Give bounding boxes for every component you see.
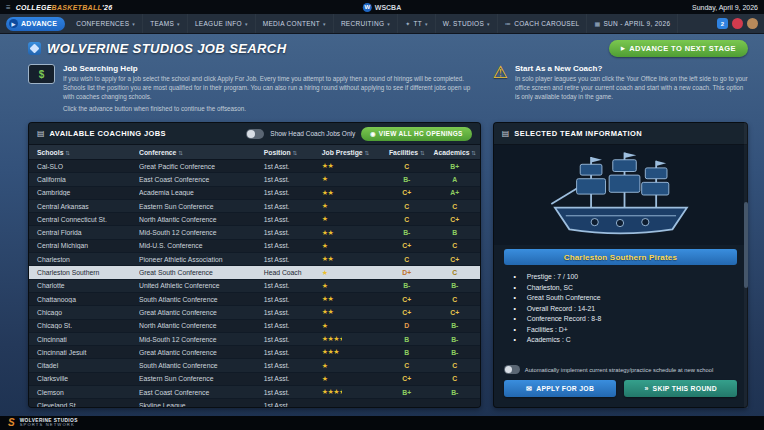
chevron-down-icon: ▾ [425,21,428,27]
cell-job-prestige: ★★ [322,162,384,170]
help-row: $ Job Searching Help If you wish to appl… [28,64,748,114]
advance-button[interactable]: ▶ ADVANCE [6,17,65,31]
grade-value: B [404,336,409,343]
jobs-panel-controls: Show Head Coach Jobs Only ◉ VIEW ALL HC … [246,127,471,141]
grade-value: B+ [402,389,411,396]
grade-value: C [404,362,409,369]
menu-item-teams[interactable]: TEAMS▾ [143,14,188,33]
menu-item-media-content[interactable]: MEDIA CONTENT▾ [256,14,334,33]
star-icon: ★ [322,242,328,249]
cell-conference: United Athletic Conference [139,282,264,289]
cell-position: 1st Asst. [264,242,322,249]
team-panel-header: ▤ SELECTED TEAM INFORMATION [494,123,747,145]
table-row[interactable]: Chicago St.North Atlantic Conference1st … [29,320,480,333]
star-icon: ★ [328,189,334,196]
apply-icon: ✉ [526,385,532,393]
cell-school: Cincinnati [29,336,139,343]
menu-item-recruiting[interactable]: RECRUITING▾ [334,14,398,33]
cell-academics: C [430,375,480,382]
column-header-position[interactable]: Position ⇅ [264,149,322,156]
table-row[interactable]: Cleveland St.Skyline League1st Asst. [29,399,480,407]
menu-item-label: RECRUITING [341,20,384,27]
column-header-academics[interactable]: Academics ⇅ [430,149,480,156]
grade-value: B- [403,176,410,183]
table-row[interactable]: CharlotteUnited Athletic Conference1st A… [29,280,480,293]
view-all-label: VIEW ALL HC OPENINGS [379,130,463,137]
menu-item-coach-carousel[interactable]: ≔ COACH CAROUSEL [498,14,588,33]
view-all-hc-openings-button[interactable]: ◉ VIEW ALL HC OPENINGS [361,127,472,141]
column-header-job-prestige[interactable]: Job Prestige ⇅ [322,149,384,156]
cell-job-prestige: ★★★ [322,348,384,356]
cell-conference: Great Atlantic Conference [139,309,264,316]
menu-item-conferences[interactable]: CONFERENCES▾ [69,14,143,33]
skip-this-round-button[interactable]: » SKIP THIS ROUND [624,380,737,397]
table-row[interactable]: ChattanoogaSouth Atlantic Conference1st … [29,293,480,306]
cell-job-prestige: ★ [322,202,384,210]
cell-job-prestige: ★ [322,282,384,290]
table-row[interactable]: Cal-SLOGreat Pacific Conference1st Asst.… [29,160,480,173]
column-header-schools[interactable]: Schools ⇅ [29,149,139,156]
table-row[interactable]: Central ArkansasEastern Sun Conference1s… [29,200,480,213]
star-icon: ★ [322,202,328,209]
cell-school: Cal-SLO [29,163,139,170]
table-row[interactable]: CitadelSouth Atlantic Conference1st Asst… [29,359,480,372]
grade-value: B- [451,349,458,356]
table-row[interactable]: ChicagoGreat Atlantic Conference1st Asst… [29,306,480,319]
selected-team-panel: ▤ SELECTED TEAM INFORMATION [493,122,748,408]
star-prefix-icon: ✦ [405,20,410,27]
chevron-down-icon: ▾ [387,21,390,27]
table-row[interactable]: CambridgeAcademia League1st Asst.★★C+A+ [29,187,480,200]
table-row[interactable]: ClarksvilleEastern Sun Conference1st Ass… [29,373,480,386]
grade-value: C [452,362,457,369]
notification-icon[interactable] [732,18,743,29]
profile-avatar[interactable] [747,18,758,29]
star-icon: ★ [322,375,328,382]
warning-icon: ⚠ [493,64,508,114]
skip-label: SKIP THIS ROUND [653,385,717,392]
cell-school: Central Michigan [29,242,139,249]
menu-icon[interactable]: ≡ [6,3,11,12]
team-stats: •Prestige : 7 / 100•Charleston, SC•Great… [494,270,747,343]
menu-item-date[interactable]: ▦ SUN - APRIL 9, 2026 [587,14,678,33]
menu-item-w-studios[interactable]: W. STUDIOS▾ [436,14,498,33]
table-row[interactable]: CharlestonPioneer Athletic Association1s… [29,253,480,266]
table-row[interactable]: ClemsonEast Coast Conference1st Asst.★★★… [29,386,480,399]
table-row[interactable]: Central Connecticut St.North Atlantic Co… [29,213,480,226]
column-header-conference[interactable]: Conference ⇅ [139,149,264,156]
cell-position: 1st Asst. [264,203,322,210]
grade-value: C [452,269,457,276]
cell-academics: B- [430,322,480,329]
eye-icon: ◉ [370,130,376,137]
menu-item-league-info[interactable]: LEAGUE INFO▾ [188,14,256,33]
cell-facilities: B [384,349,430,356]
cell-conference: Eastern Sun Conference [139,375,264,382]
apply-for-job-button[interactable]: ✉ APPLY FOR JOB [504,380,617,397]
column-header-facilities[interactable]: Facilities ⇅ [384,149,430,156]
table-row[interactable]: CincinnatiMid-South 12 Conference1st Ass… [29,333,480,346]
menu-item-tt[interactable]: ✦TT▾ [398,14,436,33]
cell-conference: South Atlantic Conference [139,362,264,369]
cell-academics: C+ [430,216,480,223]
table-row[interactable]: Central MichiganMid-U.S. Conference1st A… [29,240,480,253]
auto-strategy-toggle[interactable] [504,365,520,374]
league-logo-icon: W [363,3,372,12]
cell-school: Clemson [29,389,139,396]
messages-icon[interactable]: 2 [717,18,728,29]
table-row[interactable]: CaliforniaEast Coast Conference1st Asst.… [29,173,480,186]
help-title: Job Searching Help [63,64,475,73]
head-coach-only-toggle[interactable] [246,129,264,139]
cell-conference: Mid-U.S. Conference [139,242,264,249]
cell-job-prestige: ★ [322,269,384,277]
grade-value: B- [451,389,458,396]
cell-position: 1st Asst. [264,216,322,223]
table-row[interactable]: Cincinnati JesuitGreat Atlantic Conferen… [29,346,480,359]
advance-to-next-stage-button[interactable]: ▶ ADVANCE TO NEXT STAGE [609,40,748,57]
cell-facilities: C [384,203,430,210]
menu-item-label: W. STUDIOS [443,20,484,27]
table-row[interactable]: Charleston SouthernGreat South Conferenc… [29,266,480,279]
sort-icon: ⇅ [420,150,425,156]
play-icon: ▶ [621,45,625,51]
team-stat: •Overall Record : 14-21 [510,305,731,312]
cell-conference: Academia League [139,189,264,196]
table-row[interactable]: Central FloridaMid-South 12 Conference1s… [29,226,480,239]
